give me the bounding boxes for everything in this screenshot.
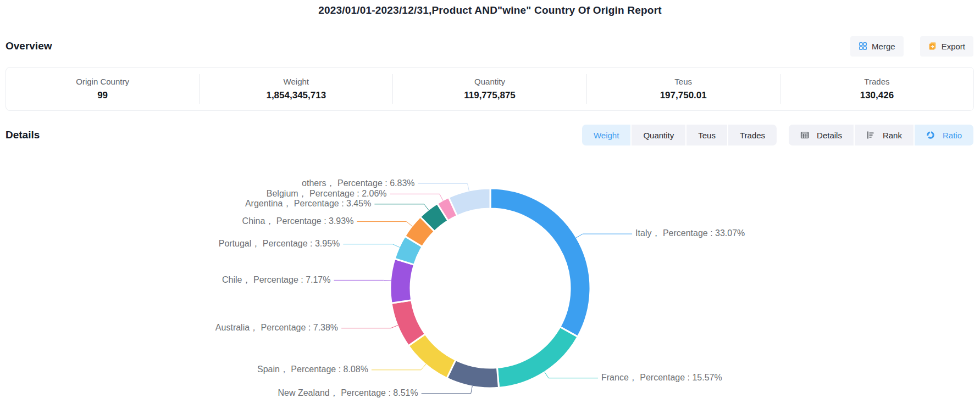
overview-heading: Overview <box>5 40 52 52</box>
pie-leader-line-china <box>357 222 412 227</box>
tab-trades[interactable]: Trades <box>728 125 777 145</box>
pie-slice-others[interactable] <box>449 188 490 216</box>
stat-weight: Weight 1,854,345,713 <box>200 77 392 101</box>
pie-slice-italy[interactable] <box>490 188 590 337</box>
merge-button[interactable]: Merge <box>850 36 904 57</box>
metric-tabs: Weight Quantity Teus Trades <box>582 125 777 145</box>
pie-slice-chile[interactable] <box>390 259 414 303</box>
donut-chart-svg: Italy， Percentage : 33.07%France， Percen… <box>0 148 980 409</box>
pie-leader-line-france <box>544 372 598 378</box>
stat-value: 1,854,345,713 <box>266 90 326 101</box>
pie-label-others: others， Percentage : 6.83% <box>302 178 414 188</box>
view-rank-label: Rank <box>883 131 902 140</box>
donut-chart-icon <box>926 131 939 139</box>
pie-label-australia: Australia， Percentage : 7.38% <box>215 323 338 332</box>
pie-leader-line-italy <box>576 234 632 238</box>
stat-value: 99 <box>97 90 108 101</box>
stat-label: Quantity <box>474 77 505 86</box>
view-switcher: Details Rank Ratio <box>789 125 973 145</box>
stat-quantity: Quantity 119,775,875 <box>393 77 586 101</box>
view-rank-button[interactable]: Rank <box>855 125 913 145</box>
stat-value: 130,426 <box>860 90 894 101</box>
pie-leader-line-chile <box>334 280 391 281</box>
merge-grid-icon <box>859 42 867 51</box>
view-ratio-button[interactable]: Ratio <box>915 125 973 145</box>
pie-label-argentina: Argentina， Percentage : 3.45% <box>245 199 371 208</box>
stat-label: Origin Country <box>76 77 129 86</box>
stat-label: Teus <box>674 77 692 86</box>
stat-label: Trades <box>864 77 889 86</box>
view-details-button[interactable]: Details <box>789 125 854 145</box>
tab-teus[interactable]: Teus <box>686 125 727 145</box>
rank-bars-icon <box>866 131 879 139</box>
stat-value: 197,750.01 <box>660 90 707 101</box>
details-controls: Weight Quantity Teus Trades Details <box>582 125 973 145</box>
pie-leader-line-portugal <box>343 244 400 248</box>
merge-button-label: Merge <box>872 42 895 51</box>
pie-label-china: China， Percentage : 3.93% <box>242 216 354 226</box>
view-ratio-label: Ratio <box>943 131 962 140</box>
table-icon <box>800 131 813 139</box>
overview-header: Overview Merge Exp <box>5 35 973 57</box>
stat-label: Weight <box>284 77 309 86</box>
stat-teus: Teus 197,750.01 <box>587 77 780 101</box>
pie-label-new-zealand: New Zealand， Percentage : 8.51% <box>278 388 418 397</box>
stat-trades: Trades 130,426 <box>780 77 973 101</box>
pie-leader-line-new-zealand <box>422 386 473 394</box>
export-button-label: Export <box>942 42 965 51</box>
pie-label-belgium: Belgium， Percentage : 2.06% <box>267 189 387 198</box>
pie-leader-line-argentina <box>374 204 429 210</box>
overview-actions: Merge Export <box>850 36 973 57</box>
tab-weight[interactable]: Weight <box>582 125 630 145</box>
export-button[interactable]: Export <box>920 36 973 57</box>
page-title: 2023/01/01-2023/12/31,Product AND"wine" … <box>0 4 980 16</box>
pie-label-france: France， Percentage : 15.57% <box>601 373 722 382</box>
pie-slice-france[interactable] <box>497 327 578 388</box>
view-details-label: Details <box>817 131 842 140</box>
pie-leader-line-belgium <box>390 194 444 200</box>
tab-quantity[interactable]: Quantity <box>632 125 685 145</box>
pie-slice-new-zealand[interactable] <box>447 360 499 388</box>
pie-label-spain: Spain， Percentage : 8.08% <box>257 365 368 374</box>
overview-stats-card: Origin Country 99 Weight 1,854,345,713 Q… <box>5 67 974 111</box>
pie-label-italy: Italy， Percentage : 33.07% <box>635 228 745 238</box>
pie-leader-line-spain <box>372 364 426 370</box>
stat-origin-country: Origin Country 99 <box>6 77 199 101</box>
stat-value: 119,775,875 <box>464 90 516 101</box>
export-document-icon <box>928 42 937 51</box>
pie-label-portugal: Portugal， Percentage : 3.95% <box>219 239 340 248</box>
details-header: Details Weight Quantity Teus Trades Deta… <box>5 124 973 146</box>
pie-leader-line-others <box>418 184 469 192</box>
details-heading: Details <box>5 129 40 141</box>
pie-label-chile: Chile， Percentage : 7.17% <box>222 275 330 284</box>
pie-leader-line-australia <box>341 326 398 328</box>
origin-country-donut-chart: Italy， Percentage : 33.07%France， Percen… <box>0 148 980 409</box>
